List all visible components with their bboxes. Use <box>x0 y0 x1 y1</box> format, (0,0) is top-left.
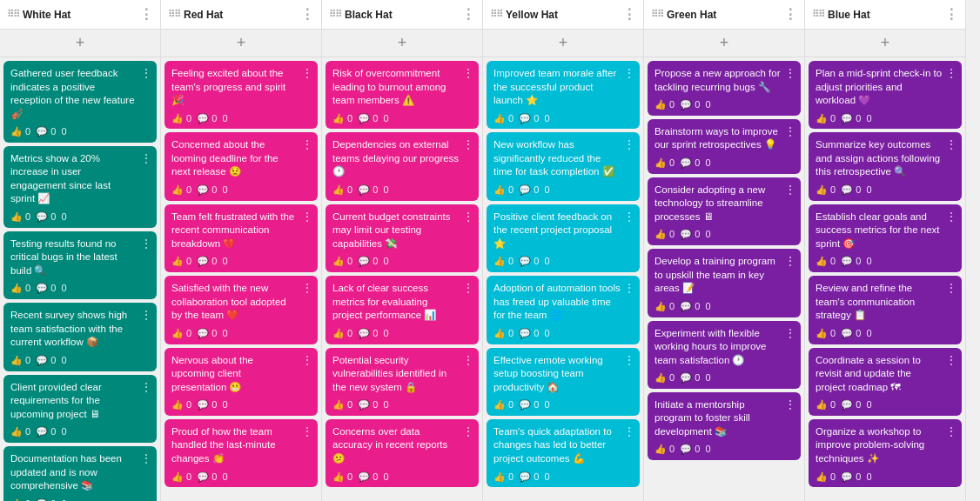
card-menu-blue-1[interactable]: ⋮ <box>945 137 957 153</box>
card-comment-blue-1[interactable]: 💬 0 <box>841 184 861 197</box>
card-comment-blue-2[interactable]: 💬 0 <box>841 255 861 268</box>
card-blue-1[interactable]: ⋮ Summarize key outcomes and assign acti… <box>809 132 962 200</box>
card-comment-white-5[interactable]: 💬 0 <box>36 498 56 501</box>
card-like-red-2[interactable]: 👍 0 <box>171 255 191 268</box>
card-green-0[interactable]: ⋮ Propose a new approach for tackling re… <box>648 61 801 116</box>
card-like-black-0[interactable]: 👍 0 <box>332 112 352 125</box>
card-menu-black-1[interactable]: ⋮ <box>462 137 474 153</box>
card-comment-green-2[interactable]: 💬 0 <box>680 228 700 241</box>
card-comment-green-3[interactable]: 💬 0 <box>680 300 700 313</box>
column-menu-green[interactable]: ⋮ <box>783 6 797 23</box>
card-comment-green-4[interactable]: 💬 0 <box>680 371 700 384</box>
card-like-yellow-1[interactable]: 👍 0 <box>493 184 513 197</box>
card-red-2[interactable]: ⋮ Team felt frustrated with the recent c… <box>164 204 318 272</box>
card-menu-green-0[interactable]: ⋮ <box>784 65 796 82</box>
card-menu-yellow-0[interactable]: ⋮ <box>623 65 635 82</box>
card-like-green-5[interactable]: 👍 0 <box>654 443 675 456</box>
card-comment-yellow-2[interactable]: 💬 0 <box>519 255 539 268</box>
column-menu-red[interactable]: ⋮ <box>300 6 314 23</box>
card-like-yellow-4[interactable]: 👍 0 <box>493 398 513 411</box>
card-menu-red-3[interactable]: ⋮ <box>301 280 313 297</box>
card-like-blue-3[interactable]: 👍 0 <box>816 327 836 340</box>
card-comment-black-0[interactable]: 💬 0 <box>358 112 378 125</box>
card-like-green-1[interactable]: 👍 0 <box>654 157 675 170</box>
card-black-4[interactable]: ⋮ Potential security vulnerabilities ide… <box>326 348 479 416</box>
card-red-4[interactable]: ⋮ Nervous about the upcoming client pres… <box>164 348 318 416</box>
card-comment-yellow-1[interactable]: 💬 0 <box>519 184 539 197</box>
card-comment-yellow-0[interactable]: 💬 0 <box>519 112 539 125</box>
card-menu-black-4[interactable]: ⋮ <box>462 352 474 369</box>
card-comment-black-5[interactable]: 💬 0 <box>358 471 378 484</box>
card-like-white-0[interactable]: 👍 0 <box>10 125 30 138</box>
card-blue-5[interactable]: ⋮ Organize a workshop to improve problem… <box>809 419 962 487</box>
card-green-1[interactable]: ⋮ Brainstorm ways to improve our sprint … <box>648 119 801 174</box>
card-menu-yellow-3[interactable]: ⋮ <box>623 280 635 297</box>
card-menu-white-4[interactable]: ⋮ <box>140 379 152 396</box>
card-menu-yellow-2[interactable]: ⋮ <box>623 209 635 225</box>
card-menu-blue-4[interactable]: ⋮ <box>945 352 957 369</box>
card-like-blue-4[interactable]: 👍 0 <box>816 398 836 411</box>
card-comment-white-0[interactable]: 💬 0 <box>36 125 56 138</box>
card-like-black-4[interactable]: 👍 0 <box>332 398 352 411</box>
card-white-2[interactable]: ⋮ Testing results found no critical bugs… <box>3 231 157 299</box>
card-yellow-1[interactable]: ⋮ New workflow has significantly reduced… <box>487 132 640 200</box>
card-menu-red-5[interactable]: ⋮ <box>301 424 313 440</box>
card-comment-red-1[interactable]: 💬 0 <box>197 184 217 197</box>
card-like-yellow-2[interactable]: 👍 0 <box>493 255 513 268</box>
card-menu-blue-2[interactable]: ⋮ <box>945 209 957 225</box>
card-white-4[interactable]: ⋮ Client provided clear requirements for… <box>3 375 157 443</box>
card-menu-black-2[interactable]: ⋮ <box>462 209 474 225</box>
card-red-3[interactable]: ⋮ Satisfied with the new collaboration t… <box>164 276 318 344</box>
card-comment-red-0[interactable]: 💬 0 <box>197 112 217 125</box>
add-card-white[interactable]: + <box>0 30 160 57</box>
card-menu-blue-0[interactable]: ⋮ <box>945 65 957 82</box>
card-menu-blue-3[interactable]: ⋮ <box>945 280 957 297</box>
card-menu-white-5[interactable]: ⋮ <box>140 451 152 467</box>
card-blue-2[interactable]: ⋮ Establish clear goals and success metr… <box>809 204 962 272</box>
card-like-red-5[interactable]: 👍 0 <box>171 471 191 484</box>
column-menu-blue[interactable]: ⋮ <box>944 6 958 23</box>
card-like-red-4[interactable]: 👍 0 <box>171 398 191 411</box>
card-comment-yellow-4[interactable]: 💬 0 <box>519 398 539 411</box>
card-blue-3[interactable]: ⋮ Review and refine the team's communica… <box>809 276 962 344</box>
card-black-3[interactable]: ⋮ Lack of clear success metrics for eval… <box>326 276 479 344</box>
add-card-blue[interactable]: + <box>805 30 965 57</box>
card-yellow-0[interactable]: ⋮ Improved team morale after the success… <box>487 61 640 129</box>
card-comment-white-3[interactable]: 💬 0 <box>36 354 56 367</box>
card-like-white-3[interactable]: 👍 0 <box>10 354 30 367</box>
card-yellow-4[interactable]: ⋮ Effective remote working setup boostin… <box>487 348 640 416</box>
card-red-1[interactable]: ⋮ Concerned about the looming deadline f… <box>164 132 318 200</box>
card-like-black-3[interactable]: 👍 0 <box>332 327 352 340</box>
card-menu-red-2[interactable]: ⋮ <box>301 209 313 225</box>
card-like-yellow-3[interactable]: 👍 0 <box>493 327 513 340</box>
card-like-yellow-0[interactable]: 👍 0 <box>493 112 513 125</box>
card-like-black-5[interactable]: 👍 0 <box>332 471 352 484</box>
card-menu-green-5[interactable]: ⋮ <box>784 397 796 413</box>
column-menu-white[interactable]: ⋮ <box>139 6 153 23</box>
card-like-white-1[interactable]: 👍 0 <box>10 210 30 224</box>
add-card-red[interactable]: + <box>161 30 321 57</box>
card-yellow-3[interactable]: ⋮ Adoption of automation tools has freed… <box>487 276 640 344</box>
card-menu-black-3[interactable]: ⋮ <box>462 280 474 297</box>
card-comment-white-1[interactable]: 💬 0 <box>36 210 56 224</box>
card-comment-red-5[interactable]: 💬 0 <box>197 471 217 484</box>
card-black-2[interactable]: ⋮ Current budget constraints may limit o… <box>326 204 479 272</box>
add-card-black[interactable]: + <box>322 30 482 57</box>
column-menu-yellow[interactable]: ⋮ <box>622 6 636 23</box>
card-menu-white-1[interactable]: ⋮ <box>140 150 152 167</box>
card-menu-white-3[interactable]: ⋮ <box>140 307 152 324</box>
card-like-yellow-5[interactable]: 👍 0 <box>493 471 513 484</box>
card-like-green-2[interactable]: 👍 0 <box>654 228 675 241</box>
card-like-black-1[interactable]: 👍 0 <box>332 184 352 197</box>
card-like-black-2[interactable]: 👍 0 <box>332 255 352 268</box>
card-like-blue-2[interactable]: 👍 0 <box>816 255 836 268</box>
card-blue-0[interactable]: ⋮ Plan a mid-sprint check-in to adjust p… <box>809 61 962 129</box>
card-red-0[interactable]: ⋮ Feeling excited about the team's progr… <box>164 61 318 129</box>
card-menu-yellow-4[interactable]: ⋮ <box>623 352 635 369</box>
card-green-2[interactable]: ⋮ Consider adopting a new technology to … <box>648 177 801 245</box>
card-like-red-3[interactable]: 👍 0 <box>171 327 191 340</box>
card-menu-black-0[interactable]: ⋮ <box>462 65 474 82</box>
card-menu-white-2[interactable]: ⋮ <box>140 236 152 252</box>
card-comment-red-2[interactable]: 💬 0 <box>197 255 217 268</box>
card-menu-red-0[interactable]: ⋮ <box>301 65 313 82</box>
